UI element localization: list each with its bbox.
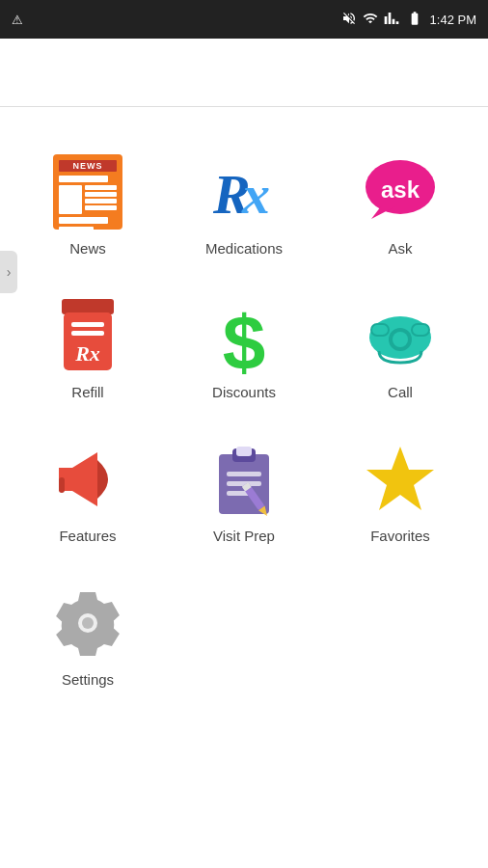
top-divider (0, 106, 488, 107)
svg-text:ask: ask (381, 176, 420, 203)
medications-icon-container: R x (205, 153, 283, 231)
ask-label: Ask (388, 240, 412, 257)
svg-rect-19 (236, 447, 252, 456)
news-banner-text: NEWS (59, 160, 117, 172)
visitprep-label: Visit Prep (213, 528, 275, 544)
clipboard-icon (205, 441, 283, 518)
side-tab-chevron: › (7, 264, 12, 280)
ask-icon: ask (362, 153, 439, 231)
discounts-label: Discounts (212, 384, 276, 400)
star-icon (362, 441, 439, 518)
grid-item-visitprep[interactable]: Visit Prep (166, 423, 322, 567)
svg-text:x: x (241, 163, 270, 226)
grid-item-ask[interactable]: ask Ask (322, 136, 478, 280)
discounts-icon-container: $ (205, 297, 283, 374)
megaphone-icon (49, 441, 126, 518)
svg-rect-20 (227, 472, 261, 476)
grid-item-favorites[interactable]: Favorites (322, 423, 478, 567)
signal-icon (384, 11, 399, 29)
news-icon-container: NEWS (49, 153, 126, 231)
refill-icon: Rx (54, 297, 122, 374)
clock: 1:42 PM (430, 13, 476, 27)
grid-item-medications[interactable]: R x Medications (166, 136, 322, 280)
ask-icon-container: ask (362, 153, 439, 231)
call-label: Call (388, 384, 413, 400)
refill-label: Refill (71, 384, 103, 400)
mute-icon (341, 11, 357, 29)
wifi-icon (363, 11, 378, 29)
grid-item-refill[interactable]: Rx Refill (10, 280, 166, 423)
status-right: 1:42 PM (341, 11, 476, 29)
gear-icon (49, 584, 126, 662)
news-lines (59, 176, 117, 230)
grid-item-discounts[interactable]: $ Discounts (166, 280, 322, 423)
svg-point-28 (82, 617, 94, 629)
status-bar: ⚠ 1:42 PM (0, 0, 488, 39)
status-left: ⚠ (12, 13, 23, 27)
call-icon-container (362, 297, 439, 374)
grid-item-news[interactable]: NEWS News (10, 136, 166, 280)
svg-rect-14 (371, 324, 389, 336)
svg-rect-15 (412, 324, 429, 336)
visitprep-icon-container (205, 441, 283, 518)
medications-label: Medications (205, 240, 283, 257)
refill-icon-container: Rx (49, 297, 126, 374)
main-grid: NEWS News (0, 117, 488, 711)
news-label: News (69, 240, 106, 257)
svg-rect-5 (62, 299, 114, 314)
phone-icon (362, 297, 439, 374)
grid-item-call[interactable]: Call (322, 280, 478, 423)
grid-item-settings[interactable]: Settings (10, 567, 166, 711)
side-tab[interactable]: › (0, 251, 17, 293)
dollar-icon: $ (205, 297, 283, 374)
favorites-icon-container (362, 441, 439, 518)
favorites-label: Favorites (370, 528, 430, 544)
alert-icon: ⚠ (12, 13, 23, 27)
svg-rect-8 (71, 331, 104, 336)
features-icon-container (49, 441, 126, 518)
grid-item-features[interactable]: Features (10, 423, 166, 567)
settings-label: Settings (62, 671, 114, 688)
svg-text:$: $ (223, 300, 266, 374)
battery-icon (405, 11, 424, 29)
rx-icon: R x (205, 153, 283, 231)
svg-text:Rx: Rx (74, 341, 100, 366)
news-icon: NEWS (53, 154, 122, 230)
settings-icon-container (49, 584, 126, 662)
svg-marker-26 (366, 447, 434, 510)
svg-point-13 (393, 332, 408, 347)
svg-rect-7 (71, 322, 104, 327)
features-label: Features (59, 528, 116, 544)
svg-rect-16 (59, 477, 65, 493)
